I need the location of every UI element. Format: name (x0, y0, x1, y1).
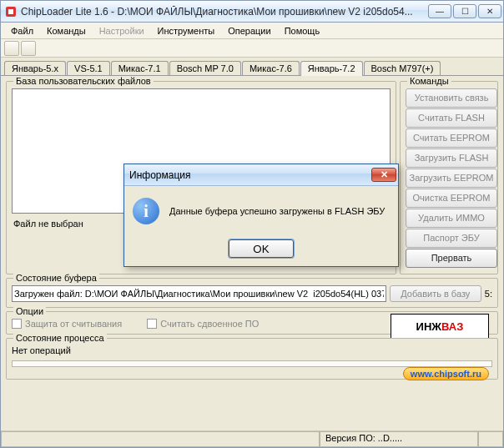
tab-mikas71[interactable]: Микас-7.1 (111, 61, 169, 75)
protect-checkbox[interactable]: Защита от считывания (12, 319, 122, 329)
brand-logo: ИНЖВАЗ (391, 314, 489, 339)
cmd-remove-immo[interactable]: Удалить ИММО (406, 209, 497, 228)
add-to-db-button[interactable]: Добавить в базу (390, 285, 481, 302)
dialog-titlebar: Информация ✕ (124, 164, 398, 186)
menu-commands[interactable]: Команды (40, 24, 93, 38)
status-version: Версия ПО: ..D..... (320, 431, 478, 447)
protect-label: Защита от считывания (25, 319, 122, 329)
process-value: Нет операций (12, 345, 492, 355)
window-title: ChipLoader Lite 1.6 - D:\МОИ ФАЙЛЫ\Диагн… (21, 6, 428, 18)
tab-jan5[interactable]: Январь-5.x (4, 61, 66, 75)
cmd-clear-eeprom[interactable]: Очистка EEPROM (406, 189, 497, 208)
chipsoft-url[interactable]: www.chipsoft.ru (403, 367, 489, 380)
info-icon: i (133, 198, 159, 224)
buffer-tail: 5: (485, 289, 492, 299)
toolbar-button-1[interactable] (4, 41, 19, 56)
status-cell-3 (478, 431, 503, 447)
checkbox-icon (147, 319, 157, 329)
cmd-read-eeprom[interactable]: Считать EEPROM (406, 128, 497, 148)
titlebar: ChipLoader Lite 1.6 - D:\МОИ ФАЙЛЫ\Диагн… (1, 1, 503, 23)
dialog-message: Данные буфера успешно загружены в FLASH … (169, 206, 385, 216)
minimize-button[interactable]: — (428, 4, 451, 18)
dialog-close-button[interactable]: ✕ (371, 168, 396, 182)
svg-rect-1 (8, 9, 13, 14)
toolbar-button-2[interactable] (21, 41, 36, 56)
toolbar (1, 39, 503, 58)
process-legend: Состояние процесса (13, 333, 107, 343)
app-icon (4, 5, 18, 18)
tab-jan72[interactable]: Январь-7.2 (300, 61, 363, 76)
cmd-abort[interactable]: Прервать (406, 249, 497, 268)
checkbox-icon (12, 319, 22, 329)
buffer-value-input[interactable] (12, 285, 386, 302)
dialog-title: Информация (129, 169, 371, 181)
options-legend: Опции (13, 306, 46, 316)
userfiles-legend: База пользовательских файлов (13, 76, 154, 86)
progress-bar (12, 360, 492, 367)
options-group: Опции Защита от считывания Считать сдвое… (6, 311, 498, 335)
menu-tools[interactable]: Инструменты (151, 24, 222, 38)
tab-boschm797[interactable]: Bosch M797(+) (364, 61, 441, 75)
menubar: Файл Команды Настройки Инструменты Опера… (1, 23, 503, 39)
tab-vs51[interactable]: VS-5.1 (67, 61, 110, 75)
commands-legend: Команды (407, 76, 451, 86)
cmd-connect[interactable]: Установить связь (406, 88, 497, 108)
close-button[interactable]: ✕ (478, 4, 501, 18)
ecu-tabs: Январь-5.x VS-5.1 Микас-7.1 Bosch MP 7.0… (1, 58, 503, 76)
tab-mikas76[interactable]: Микас-7.6 (242, 61, 300, 75)
double-label: Считать сдвоенное ПО (160, 319, 259, 329)
buffer-group: Состояние буфера Добавить в базу 5: (6, 278, 498, 308)
menu-file[interactable]: Файл (4, 24, 40, 38)
buffer-legend: Состояние буфера (13, 273, 99, 283)
maximize-button[interactable]: ☐ (453, 4, 476, 18)
cmd-read-flash[interactable]: Считать FLASH (406, 108, 497, 128)
info-dialog: Информация ✕ i Данные буфера успешно заг… (123, 164, 399, 267)
menu-settings[interactable]: Настройки (93, 24, 151, 38)
double-checkbox[interactable]: Считать сдвоенное ПО (147, 319, 259, 329)
cmd-load-eeprom[interactable]: Загрузить EEPROM (406, 169, 497, 188)
dialog-ok-button[interactable]: OK (229, 239, 294, 258)
cmd-load-flash[interactable]: Загрузить FLASH (406, 148, 497, 168)
menu-operations[interactable]: Операции (221, 24, 277, 38)
tab-boschmp70[interactable]: Bosch MP 7.0 (169, 61, 241, 75)
commands-group: Команды Установить связь Считать FLASH С… (400, 81, 498, 274)
process-group: Состояние процесса Нет операций www.chip… (6, 338, 498, 380)
menu-help[interactable]: Помощь (278, 24, 327, 38)
cmd-passport[interactable]: Паспорт ЭБУ (406, 229, 497, 248)
status-cell-1 (1, 431, 320, 447)
statusbar: Версия ПО: ..D..... (1, 430, 503, 447)
